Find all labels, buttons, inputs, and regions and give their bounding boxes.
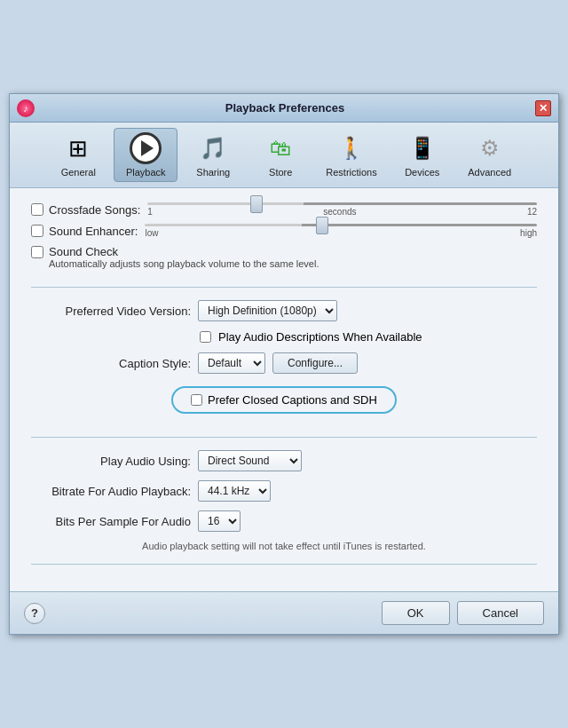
toolbar-label-general: General [61, 167, 96, 178]
caption-style-label: Caption Style: [31, 357, 191, 370]
content-area: Crossfade Songs: 1 seconds 12 Sound Enha… [10, 188, 558, 591]
play-audio-row: Play Audio Using: Direct Sound Windows A… [31, 450, 537, 471]
toolbar-label-devices: Devices [405, 167, 439, 178]
bitrate-label: Bitrate For Audio Playback: [31, 485, 191, 498]
sound-enhancer-row: Sound Enhancer: low high [31, 224, 537, 238]
audio-section: Crossfade Songs: 1 seconds 12 Sound Enha… [31, 202, 537, 288]
toolbar-label-playback: Playback [126, 167, 166, 178]
advanced-icon: ⚙ [474, 132, 506, 164]
action-buttons: OK Cancel [382, 601, 544, 625]
video-version-select[interactable]: High Definition (1080p) High Definition … [198, 300, 337, 321]
video-version-row: Preferred Video Version: High Definition… [31, 300, 537, 321]
toolbar-item-playback[interactable]: Playback [114, 128, 178, 182]
cancel-button[interactable]: Cancel [457, 601, 544, 625]
title-bar-left: ♪ [17, 99, 35, 117]
toolbar-item-sharing[interactable]: 🎵 Sharing [181, 128, 245, 182]
crossfade-label: Crossfade Songs: [49, 203, 140, 217]
crossfade-mid-label: seconds [323, 207, 356, 217]
crossfade-min-label: 1 [147, 207, 153, 217]
video-version-label: Preferred Video Version: [31, 305, 191, 318]
sound-check-row: Sound Check [31, 245, 537, 258]
store-icon: 🛍 [264, 132, 296, 164]
sound-enhancer-slider-labels: low high [145, 228, 537, 238]
window-title: Playback Preferences [225, 101, 344, 115]
caption-style-row: Caption Style: Default Custom Configure.… [31, 352, 537, 374]
crossfade-checkbox-row: Crossfade Songs: [31, 203, 140, 217]
sound-enhancer-max-label: high [520, 228, 537, 238]
sound-enhancer-slider[interactable] [145, 224, 537, 226]
bits-select[interactable]: 16 24 32 [198, 510, 241, 532]
toolbar-label-restrictions: Restrictions [326, 167, 376, 178]
toolbar-item-store[interactable]: 🛍 Store [248, 128, 312, 182]
play-audio-select[interactable]: Direct Sound Windows Audio [198, 450, 302, 471]
toolbar: ⊞ General Playback 🎵 Sharing 🛍 Store 🚶 R… [10, 123, 558, 188]
sound-check-label: Sound Check [49, 245, 118, 258]
preferences-window: ♪ Playback Preferences ✕ ⊞ General Playb… [9, 93, 559, 635]
bitrate-select[interactable]: 44.1 kHz 48 kHz [198, 480, 271, 502]
crossfade-checkbox[interactable] [31, 203, 43, 216]
toolbar-item-devices[interactable]: 📱 Devices [390, 128, 454, 182]
sound-enhancer-checkbox[interactable] [31, 225, 43, 237]
audio-playback-section: Play Audio Using: Direct Sound Windows A… [31, 450, 537, 565]
configure-button[interactable]: Configure... [272, 352, 358, 374]
crossfade-max-label: 12 [527, 207, 537, 217]
crossfade-slider[interactable] [147, 202, 537, 205]
audio-desc-checkbox[interactable] [200, 331, 211, 343]
toolbar-item-restrictions[interactable]: 🚶 Restrictions [316, 128, 386, 182]
restrictions-icon: 🚶 [335, 132, 367, 164]
toolbar-label-store: Store [269, 167, 292, 178]
crossfade-slider-container: 1 seconds 12 [147, 202, 537, 217]
audio-note: Audio playback setting will not take eff… [31, 541, 537, 551]
toolbar-label-advanced: Advanced [468, 167, 511, 178]
closed-captions-checkbox[interactable] [191, 394, 202, 406]
audio-desc-label: Play Audio Descriptions When Available [218, 330, 422, 344]
sound-enhancer-label: Sound Enhancer: [49, 225, 138, 238]
sound-check-checkbox[interactable] [31, 246, 43, 258]
crossfade-row: Crossfade Songs: 1 seconds 12 [31, 202, 537, 217]
crossfade-slider-labels: 1 seconds 12 [147, 207, 537, 217]
toolbar-label-sharing: Sharing [196, 167, 230, 178]
itunes-logo: ♪ [17, 99, 35, 117]
closed-captions-highlight: Prefer Closed Captions and SDH [171, 386, 397, 414]
closed-captions-label: Prefer Closed Captions and SDH [208, 393, 377, 407]
play-audio-label: Play Audio Using: [31, 455, 191, 468]
video-section: Preferred Video Version: High Definition… [31, 300, 537, 438]
closed-captions-highlight-row: Prefer Closed Captions and SDH [31, 383, 537, 417]
toolbar-item-general[interactable]: ⊞ General [46, 128, 110, 182]
caption-style-select[interactable]: Default Custom [198, 352, 265, 374]
playback-icon [130, 132, 162, 164]
bitrate-row: Bitrate For Audio Playback: 44.1 kHz 48 … [31, 480, 537, 502]
audio-desc-row: Play Audio Descriptions When Available [200, 330, 537, 344]
bits-row: Bits Per Sample For Audio 16 24 32 [31, 510, 537, 532]
sound-check-sub-label: Automatically adjusts song playback volu… [49, 258, 537, 269]
title-bar: ♪ Playback Preferences ✕ [10, 94, 558, 123]
general-icon: ⊞ [62, 132, 94, 164]
sound-enhancer-slider-container: low high [145, 224, 537, 238]
sound-enhancer-checkbox-row: Sound Enhancer: [31, 225, 138, 238]
ok-button[interactable]: OK [382, 601, 450, 625]
sharing-icon: 🎵 [197, 132, 229, 164]
close-button[interactable]: ✕ [535, 100, 551, 116]
bottom-bar: ? OK Cancel [10, 591, 558, 634]
sound-enhancer-min-label: low [145, 228, 158, 238]
devices-icon: 📱 [406, 132, 438, 164]
help-button[interactable]: ? [24, 603, 45, 624]
bits-label: Bits Per Sample For Audio [31, 515, 191, 528]
toolbar-item-advanced[interactable]: ⚙ Advanced [458, 128, 522, 182]
